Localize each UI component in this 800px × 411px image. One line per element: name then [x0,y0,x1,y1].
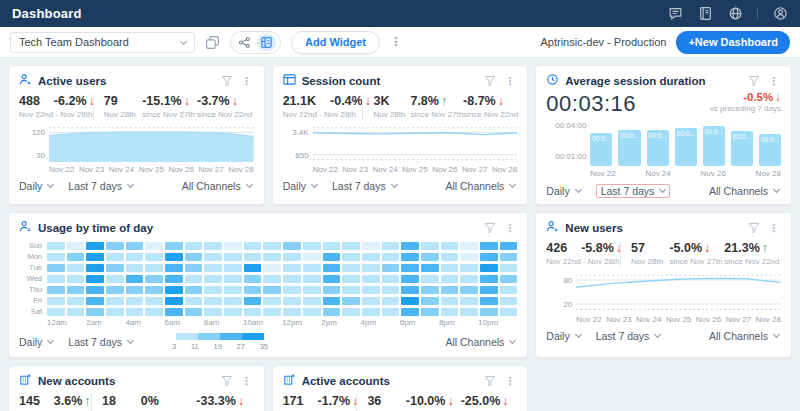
filter-icon[interactable] [484,222,496,234]
trend-arrow-icon: ↓ [502,394,508,408]
heatmap-cell [401,264,419,272]
heatmap-cell [244,308,262,316]
heatmap-cell [421,286,439,294]
card-footer: Daily Last 7 days All Channels [546,330,781,342]
heatmap-cell [480,297,498,305]
card-menu-icon[interactable]: ⋮ [502,75,517,88]
heatmap-cell [145,264,163,272]
heatmap-cell [303,286,321,294]
granularity-dropdown[interactable]: Daily [19,180,53,192]
heatmap-cell [441,264,459,272]
filter-icon[interactable] [748,222,760,234]
copy-icon[interactable] [205,35,220,50]
channels-dropdown[interactable]: All Channels [709,330,779,342]
range-dropdown[interactable]: Last 7 days [68,336,133,348]
card-footer: Daily Last 7 days All Channels [546,184,781,198]
heatmap-cell [480,308,498,316]
heatmap-cell [86,308,104,316]
heatmap-cell [283,264,301,272]
card-menu-icon[interactable]: ⋮ [239,75,254,88]
card-active-users: Active users ⋮ 488-6.2%↓ Nov 22nd - Nov … [8,65,265,205]
heatmap-cell [460,275,478,283]
heatmap-cell [67,275,85,283]
add-widget-button[interactable]: Add Widget [291,31,380,54]
card-footer: Daily Last 7 days All Channels [283,180,518,192]
range-dropdown[interactable]: Last 7 days [596,330,661,342]
heatmap-cell [263,264,281,272]
active-users-chart: 12030Nov 22Nov 23Nov 24Nov 25Nov 26Nov 2… [19,125,254,174]
heatmap-cell [224,286,242,294]
granularity-dropdown[interactable]: Daily [546,185,580,197]
legend-swatch [198,333,220,340]
chevron-down-icon [127,337,134,344]
granularity-dropdown[interactable]: Daily [283,180,317,192]
stat-sub: Nov 22nd - Nov 28th [283,110,350,119]
filter-icon[interactable] [484,375,496,387]
heatmap-cell [303,242,321,250]
trend-arrow-icon: ↑ [441,94,447,108]
trend-arrow-icon: ↓ [447,394,453,408]
card-usage-by-time: Usage by time of day ⋮ SunMonTueWedThuFr… [8,212,528,358]
new-dashboard-button[interactable]: +New Dashboard [676,31,790,54]
card-menu-icon[interactable]: ⋮ [766,75,781,88]
granularity-dropdown[interactable]: Daily [546,330,580,342]
heatmap-cell [145,253,163,261]
globe-icon[interactable] [727,6,743,22]
card-menu-icon[interactable]: ⋮ [502,375,517,388]
stat-value: 21.1K [283,94,316,108]
stat-delta: 7.8% [410,94,439,108]
layout-icon[interactable] [257,34,276,51]
duration-compare: vs preceding 7 days [710,104,781,113]
heatmap-cell [382,264,400,272]
heatmap-cell [106,264,124,272]
heatmap-cell [145,275,163,283]
heatmap-cell [224,253,242,261]
channels-dropdown[interactable]: All Channels [445,336,515,348]
range-dropdown[interactable]: Last 7 days [68,180,133,192]
heatmap-cell [441,286,459,294]
card-new-accounts: New accounts ⋮ 1453.6%↑ Nov 22nd - Nov 2… [8,365,265,411]
heatmap-cell [204,308,222,316]
chevron-down-icon [509,181,516,188]
heatmap-cell [500,275,518,283]
granularity-dropdown[interactable]: Daily [19,336,53,348]
share-icon[interactable] [235,34,254,51]
trend-arrow-icon: ↓ [365,94,371,108]
channels-dropdown[interactable]: All Channels [182,180,252,192]
docs-icon[interactable] [697,6,713,22]
range-dropdown[interactable]: Last 7 days [332,180,397,192]
heatmap-cell [263,242,281,250]
dashboard-select[interactable]: Tech Team Dashboard [10,32,195,53]
app-header: Dashboard [0,0,800,27]
channels-dropdown[interactable]: All Channels [445,180,515,192]
range-dropdown[interactable]: Last 7 days [596,184,671,198]
profile-icon[interactable] [772,6,788,22]
filter-icon[interactable] [484,75,496,87]
stat-sub: Nov 28th [373,110,397,119]
active-users-icon [19,72,32,90]
card-menu-icon[interactable]: ⋮ [239,375,254,388]
card-menu-icon[interactable]: ⋮ [766,222,781,235]
trend-arrow-icon: ↓ [232,94,238,108]
trend-arrow-icon: ↓ [775,91,781,103]
filter-icon[interactable] [748,75,760,87]
stat-value: 426 [546,241,567,255]
toolbar-kebab-icon[interactable]: ⋮ [390,36,402,48]
heatmap-cell [401,242,419,250]
card-menu-icon[interactable]: ⋮ [502,222,517,235]
chevron-down-icon [246,181,253,188]
heatmap-cell [283,297,301,305]
heatmap-cell [224,242,242,250]
chat-icon[interactable] [667,6,683,22]
channels-dropdown[interactable]: All Channels [709,185,779,197]
heatmap-cell [204,242,222,250]
usage-heatmap-chart: SunMonTueWedThuFriSat12am2am4am6am8am10a… [19,241,517,327]
heatmap-cell [283,253,301,261]
heatmap-cell [185,253,203,261]
card-new-users: New users ⋮ 426-5.8%↓ Nov 22nd - Nov 28t… [535,212,792,358]
heatmap-cell [342,297,360,305]
stat-sub: Nov 28th [631,257,656,266]
filter-icon[interactable] [221,75,233,87]
new-users-icon [546,219,559,237]
filter-icon[interactable] [221,375,233,387]
